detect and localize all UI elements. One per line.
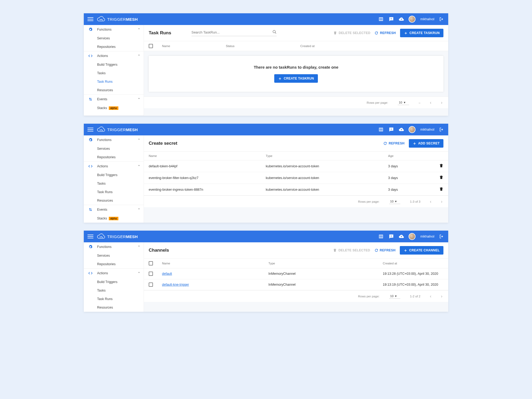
channel-link[interactable]: default [162,272,172,276]
sidebar-item-repositories[interactable]: Repositories [84,260,144,268]
rows-per-page-select[interactable]: 10 ▾ [389,199,401,204]
sidebar-group-functions[interactable]: Functions ⌃ [84,242,144,251]
col-name: Name [149,154,266,157]
sidebar-item-build-triggers[interactable]: Build Triggers [84,278,144,286]
menu-icon[interactable] [88,16,93,22]
refresh-button[interactable]: REFRESH [383,142,404,145]
row-checkbox[interactable] [149,272,153,276]
refresh-icon [375,31,378,35]
sidebar-group-functions[interactable]: Functions ⌃ [84,25,144,34]
sidebar-item-task-runs[interactable]: Task Runs [84,77,144,86]
create-taskrun-button[interactable]: ＋ CREATE TASKRUN [400,29,443,37]
select-all-checkbox[interactable] [149,44,153,48]
logo[interactable]: TRIGGERMESH [97,16,138,22]
rows-per-page-select[interactable]: 10 ▾ [389,294,401,299]
swap-icon [88,208,93,211]
table-row: default-kne-triggerInMemoryChannel19:13:… [144,279,448,290]
logo[interactable]: TRIGGERMESH [97,127,138,132]
row-checkbox[interactable] [149,282,153,287]
logout-icon[interactable] [439,16,444,22]
logout-icon[interactable] [439,127,444,132]
sidebar-item-resources[interactable]: Resources [84,86,144,94]
cloud-logo-icon [97,234,106,239]
sidebar-item-task-runs[interactable]: Task Runs [84,295,144,303]
sidebar-item-repositories[interactable]: Repositories [84,43,144,51]
sidebar-item-tasks[interactable]: Tasks [84,286,144,295]
alpha-badge: alpha [109,217,118,220]
empty-message: There are no taskRuns to display, create… [158,65,434,69]
channel-link[interactable]: default-kne-trigger [162,283,189,286]
delete-row-button[interactable] [439,177,443,180]
add-secret-button[interactable]: ＋ ADD SECRET [409,139,443,148]
menu-icon[interactable] [88,127,93,132]
rows-per-page-label: Rows per page: [358,295,380,298]
cell-name: default-token-b44pf [149,164,266,168]
sidebar-group-actions[interactable]: Actions ⌃ [84,162,144,171]
next-page-button[interactable]: › [441,199,442,204]
avatar[interactable] [409,233,415,240]
gear-icon [88,138,93,142]
sidebar-item-task-runs[interactable]: Task Runs [84,188,144,196]
cloud-download-icon[interactable] [398,234,404,239]
empty-create-button[interactable]: ＋ CREATE TASKRUN [274,74,318,83]
rows-per-page-label: Rows per page: [367,101,388,104]
sidebar-item-stacks[interactable]: Stacks alpha [84,214,144,223]
col-created: Created at [300,44,443,48]
search-input[interactable] [192,30,272,34]
delete-selected-button[interactable]: DELETE SELECTED [333,248,370,252]
refresh-button[interactable]: REFRESH [375,248,396,252]
col-name: Name [162,44,226,48]
refresh-button[interactable]: REFRESH [375,31,396,35]
delete-row-button[interactable] [439,188,443,192]
sidebar-item-resources[interactable]: Resources [84,303,144,312]
docs-icon[interactable] [378,234,384,239]
plus-icon: ＋ [404,31,408,35]
chevron-up-icon: ⌃ [138,54,140,58]
cloud-logo-icon [97,16,106,22]
next-page-button[interactable]: › [441,100,442,105]
sidebar-group-actions[interactable]: Actions ⌃ [84,269,144,278]
sidebar-item-resources[interactable]: Resources [84,196,144,205]
sidebar-item-tasks[interactable]: Tasks [84,69,144,77]
next-page-button[interactable]: › [441,294,442,299]
sidebar-item-cutoff [84,112,144,115]
search-icon[interactable] [272,30,277,35]
delete-row-button[interactable] [439,165,443,169]
sidebar-item-services[interactable]: Services [84,251,144,260]
rows-per-page-select[interactable]: 10 ▾ [398,100,409,105]
sidebar-item-services[interactable]: Services [84,144,144,153]
sidebar-group-functions[interactable]: Functions ⌃ [84,135,144,144]
avatar[interactable] [409,16,415,23]
create-channel-button[interactable]: ＋ CREATE CHANNEL [400,246,443,255]
cloud-download-icon[interactable] [398,16,404,22]
chat-icon[interactable] [388,127,394,132]
chat-icon[interactable] [388,16,394,22]
sidebar-item-repositories[interactable]: Repositories [84,153,144,161]
sidebar-group-events[interactable]: Events ⌃ [84,95,144,104]
prev-page-button[interactable]: ‹ [430,100,431,105]
cloud-download-icon[interactable] [398,127,404,132]
logout-icon[interactable] [439,234,444,239]
docs-icon[interactable] [378,127,384,132]
main-content: Task Runs DELETE SELECTED REFRESH ＋ CREA… [144,25,448,116]
sidebar-item-tasks[interactable]: Tasks [84,179,144,188]
prev-page-button[interactable]: ‹ [430,294,431,299]
select-all-checkbox[interactable] [149,261,153,265]
docs-icon[interactable] [378,16,384,22]
logo[interactable]: TRIGGERMESH [97,234,138,239]
sidebar-item-build-triggers[interactable]: Build Triggers [84,171,144,179]
avatar[interactable] [409,126,415,133]
prev-page-button[interactable]: ‹ [430,199,431,204]
sidebar-group-events[interactable]: Events ⌃ [84,205,144,214]
sidebar-item-services[interactable]: Services [84,34,144,43]
cell-age: 3 days [388,188,433,192]
chat-icon[interactable] [388,234,394,239]
delete-selected-button[interactable]: DELETE SELECTED [333,31,370,35]
menu-icon[interactable] [88,234,93,239]
chevron-down-icon: ▾ [395,200,397,203]
refresh-icon [383,142,387,145]
sidebar-item-stacks[interactable]: Stacks alpha [84,104,144,112]
sidebar-item-build-triggers[interactable]: Build Triggers [84,60,144,69]
sidebar-group-actions[interactable]: Actions ⌃ [84,51,144,60]
chevron-up-icon: ⌃ [138,245,140,249]
